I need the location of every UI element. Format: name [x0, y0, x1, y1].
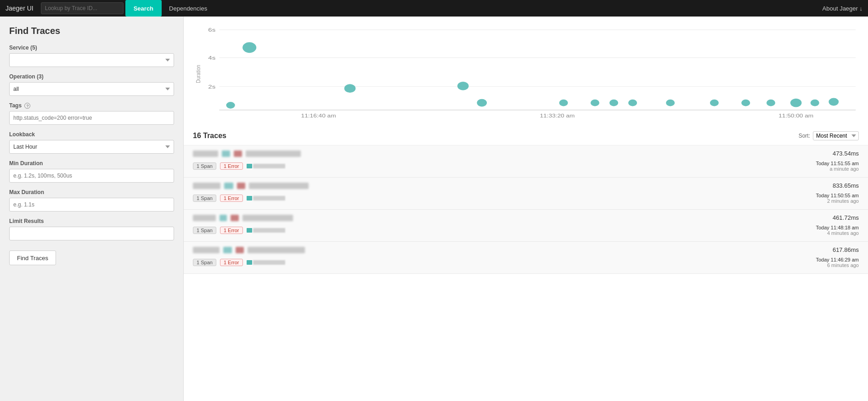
trace-time: 11:50:55 am	[831, 193, 859, 198]
sort-select[interactable]: Most Recent Longest First Shortest First…	[813, 131, 859, 140]
svg-point-22	[710, 100, 719, 106]
trace-card-bottom: 1 Span 1 Error Today 11:46:29 am 6 minut…	[193, 257, 859, 268]
trace-card-left	[193, 183, 833, 189]
scatter-chart: 6s 4s 2s Duration 11:16:40 am 11:33:20 a…	[184, 17, 868, 127]
trace-date: Today	[816, 193, 829, 198]
svg-point-20	[628, 100, 637, 106]
tags-label: Tags ?	[9, 102, 174, 109]
service-select[interactable]	[9, 53, 174, 67]
trace-duration: 833.65ms	[833, 182, 859, 189]
svg-text:4s: 4s	[208, 55, 215, 61]
trace-card-top: 833.65ms	[193, 182, 859, 189]
trace-timestamp: Today 11:46:29 am 6 minutes ago	[816, 257, 859, 268]
trace-duration: 461.72ms	[833, 214, 859, 221]
brand-logo: Jaeger UI	[6, 5, 34, 12]
svg-text:6s: 6s	[208, 27, 215, 33]
trace-duration: 617.86ms	[833, 246, 859, 253]
limit-label: Limit Results	[9, 218, 174, 224]
trace-card[interactable]: 833.65ms 1 Span 1 Error Today 11:50:55 a…	[184, 178, 868, 210]
svg-point-18	[591, 100, 599, 106]
trace-card-left	[193, 247, 833, 253]
svg-text:11:33:20 am: 11:33:20 am	[540, 113, 575, 118]
find-traces-button[interactable]: Find Traces	[9, 251, 56, 265]
trace-card[interactable]: 617.86ms 1 Span 1 Error Today 11:46:29 a…	[184, 242, 868, 274]
service-name-bar	[193, 150, 218, 157]
error-badge: 1 Error	[220, 195, 243, 202]
error-badge: 1 Error	[220, 162, 243, 170]
trace-card[interactable]: 473.54ms 1 Span 1 Error Today 11:51:55 a…	[184, 145, 868, 178]
lookback-select[interactable]: Last Hour Last 2 Hours Last 3 Hours	[9, 140, 174, 154]
service-name-bar	[193, 247, 220, 253]
svg-point-26	[811, 100, 819, 106]
svg-point-23	[741, 100, 750, 106]
svg-point-14	[344, 84, 356, 93]
trace-segment-gray	[253, 228, 285, 233]
svg-point-21	[666, 100, 675, 106]
trace-segment-teal	[247, 228, 252, 233]
trace-bar-container	[247, 228, 812, 233]
service-pink-bar	[237, 183, 245, 189]
trace-list: 473.54ms 1 Span 1 Error Today 11:51:55 a…	[184, 145, 868, 274]
trace-ago: 6 minutes ago	[827, 262, 859, 268]
trace-card[interactable]: 461.72ms 1 Span 1 Error Today 11:48:18 a…	[184, 210, 868, 242]
service-name-bar	[193, 183, 220, 189]
trace-card-top: 473.54ms	[193, 150, 859, 157]
main-layout: Find Traces Service (5) Operation (3) al…	[0, 17, 868, 401]
max-duration-label: Max Duration	[9, 189, 174, 195]
svg-point-12	[226, 102, 235, 109]
traces-header: 16 Traces Sort: Most Recent Longest Firs…	[184, 127, 868, 145]
lookback-group: Lookback Last Hour Last 2 Hours Last 3 H…	[9, 131, 174, 154]
trace-segment-teal	[247, 260, 252, 265]
trace-segment-gray	[253, 164, 285, 168]
min-duration-label: Min Duration	[9, 160, 174, 167]
trace-card-left	[193, 215, 833, 221]
limit-group: Limit Results 20	[9, 218, 174, 240]
span-badge: 1 Span	[193, 227, 216, 234]
max-duration-input[interactable]	[9, 198, 174, 212]
svg-text:11:16:40 am: 11:16:40 am	[301, 113, 336, 118]
sidebar-title: Find Traces	[9, 26, 174, 36]
service-group: Service (5)	[9, 45, 174, 67]
trace-date: Today	[816, 161, 829, 166]
error-badge: 1 Error	[220, 227, 243, 234]
operation-group: Operation (3) all	[9, 73, 174, 96]
svg-text:Duration: Duration	[195, 65, 202, 83]
search-button[interactable]: Search	[125, 0, 162, 17]
service-teal-bar	[223, 247, 232, 253]
trace-timestamp: Today 11:48:18 am 4 minutes ago	[816, 225, 859, 236]
service-pink-bar	[234, 150, 242, 157]
chart-svg: 6s 4s 2s Duration 11:16:40 am 11:33:20 a…	[193, 21, 859, 122]
svg-point-27	[829, 98, 839, 106]
min-duration-input[interactable]	[9, 169, 174, 183]
tags-help-icon[interactable]: ?	[24, 103, 30, 109]
sidebar: Find Traces Service (5) Operation (3) al…	[0, 17, 184, 401]
trace-timestamp: Today 11:51:55 am a minute ago	[816, 161, 859, 172]
service-pink-bar	[231, 215, 239, 221]
trace-ago: 4 minutes ago	[827, 230, 859, 236]
trace-segment-gray	[253, 260, 285, 265]
trace-card-bottom: 1 Span 1 Error Today 11:48:18 am 4 minut…	[193, 225, 859, 236]
sort-control: Sort: Most Recent Longest First Shortest…	[799, 131, 859, 140]
span-badge: 1 Span	[193, 162, 216, 170]
traces-count: 16 Traces	[193, 132, 226, 140]
svg-point-25	[790, 99, 802, 107]
trace-segment-teal	[247, 164, 252, 168]
dependencies-link[interactable]: Dependencies	[169, 5, 207, 12]
trace-bar-container	[247, 196, 812, 200]
service-teal-bar	[222, 150, 230, 157]
max-duration-group: Max Duration	[9, 189, 174, 212]
trace-card-top: 461.72ms	[193, 214, 859, 221]
operation-select[interactable]: all	[9, 82, 174, 96]
trace-id-input[interactable]	[41, 2, 124, 14]
trace-duration: 473.54ms	[833, 150, 859, 157]
trace-ago: a minute ago	[829, 166, 859, 172]
trace-segment-gray	[253, 196, 285, 200]
service-long-bar	[242, 215, 293, 221]
limit-input[interactable]: 20	[9, 227, 174, 240]
trace-card-bottom: 1 Span 1 Error Today 11:51:55 am a minut…	[193, 161, 859, 172]
trace-timestamp: Today 11:50:55 am 2 minutes ago	[816, 193, 859, 204]
tags-input[interactable]	[9, 111, 174, 125]
span-badge: 1 Span	[193, 195, 216, 202]
min-duration-group: Min Duration	[9, 160, 174, 183]
about-link[interactable]: About Jaeger ↓	[823, 5, 862, 12]
